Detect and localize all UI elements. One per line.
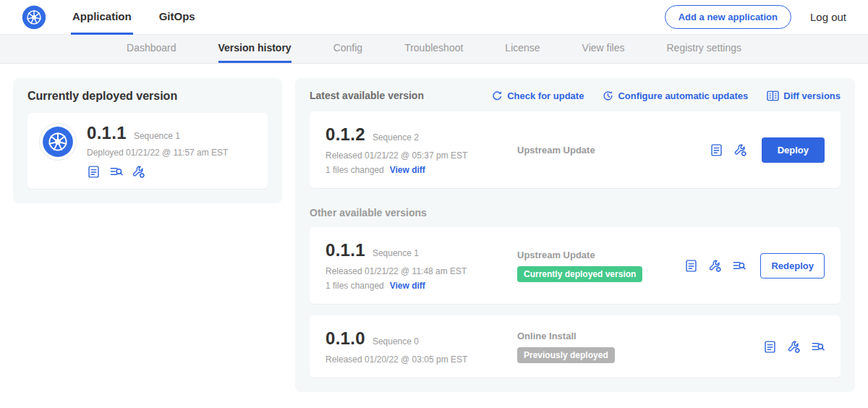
configure-automatic-updates-link[interactable]: Configure automatic updates [603, 90, 748, 101]
add-application-button[interactable]: Add a new application [665, 5, 791, 29]
redeploy-button[interactable]: Redeploy [760, 253, 825, 279]
top-bar: Application GitOps Add a new application… [0, 0, 868, 35]
subnav-view-files[interactable]: View files [582, 35, 625, 63]
top-right-actions: Add a new application Log out [665, 5, 846, 29]
tab-application[interactable]: Application [71, 0, 133, 35]
deploy-button[interactable]: Deploy [762, 137, 825, 163]
sequence-label: Sequence 2 [373, 132, 419, 143]
config-wrench-icon[interactable] [733, 143, 747, 157]
files-changed-label: 1 files changed [326, 165, 384, 175]
preflight-logs-icon[interactable] [109, 165, 123, 179]
check-for-update-link[interactable]: Check for update [492, 90, 584, 101]
tab-gitops[interactable]: GitOps [158, 0, 197, 35]
deployed-panel-title: Currently deployed version [27, 90, 268, 103]
release-notes-icon[interactable] [763, 340, 777, 354]
diff-versions-link[interactable]: Diff versions [767, 90, 841, 101]
view-diff-link[interactable]: View diff [390, 281, 425, 291]
preflight-logs-icon[interactable] [732, 259, 746, 273]
clock-update-icon [603, 90, 613, 101]
deployed-card-actions [87, 165, 228, 179]
preflight-logs-icon[interactable] [811, 340, 825, 354]
version-number: 0.1.0 [326, 328, 365, 349]
view-diff-link[interactable]: View diff [390, 165, 425, 175]
version-actions: Check for update Configure automatic upd… [492, 90, 841, 101]
version-source: Online Install [517, 331, 763, 341]
sequence-label: Sequence 0 [373, 336, 419, 347]
latest-available-title: Latest available version [310, 90, 424, 101]
kubernetes-logo-icon [22, 5, 46, 30]
available-versions-panel: Latest available version Check for updat… [295, 78, 855, 392]
kubernetes-app-icon [42, 126, 74, 158]
version-source: Upstream Update [517, 145, 595, 156]
release-notes-icon[interactable] [684, 259, 698, 273]
version-source: Upstream Update [517, 250, 684, 260]
currently-deployed-panel: Currently deployed version 0.1.1 Sequenc… [13, 78, 282, 203]
released-timestamp: Released 01/21/22 @ 05:37 pm EST [326, 150, 517, 161]
release-notes-icon[interactable] [87, 165, 101, 179]
config-wrench-icon[interactable] [132, 165, 145, 179]
configure-automatic-updates-label: Configure automatic updates [618, 90, 748, 101]
other-versions-title: Other available versions [310, 207, 841, 218]
version-number: 0.1.1 [326, 240, 365, 260]
deployed-version-number: 0.1.1 [87, 123, 127, 143]
version-card-0-1-1: 0.1.1 Sequence 1 Released 01/21/22 @ 11:… [310, 227, 841, 304]
subnav-license[interactable]: License [505, 35, 540, 63]
subnav-troubleshoot[interactable]: Troubleshoot [404, 35, 463, 63]
currently-deployed-badge: Currently deployed version [517, 266, 642, 282]
deployed-timestamp: Deployed 01/21/22 @ 11:57 am EST [87, 148, 228, 158]
subnav-config[interactable]: Config [333, 35, 362, 63]
subnav-dashboard[interactable]: Dashboard [127, 35, 176, 63]
logout-link[interactable]: Log out [810, 11, 846, 23]
subnav-registry-settings[interactable]: Registry settings [667, 35, 741, 63]
deployed-version-card: 0.1.1 Sequence 1 Deployed 01/21/22 @ 11:… [27, 113, 268, 189]
config-wrench-icon[interactable] [708, 259, 722, 273]
released-timestamp: Released 01/21/22 @ 11:48 am EST [326, 266, 517, 276]
refresh-icon [492, 90, 503, 101]
config-wrench-icon[interactable] [787, 340, 801, 354]
subnav-version-history[interactable]: Version history [218, 35, 292, 63]
check-for-update-label: Check for update [507, 90, 584, 101]
files-changed-label: 1 files changed [326, 281, 384, 291]
deployed-sequence: Sequence 1 [134, 131, 180, 141]
release-notes-icon[interactable] [710, 143, 723, 157]
released-timestamp: Released 01/20/22 @ 03:05 pm EST [326, 354, 517, 365]
version-number: 0.1.2 [326, 124, 365, 145]
previously-deployed-badge: Previously deployed [517, 347, 615, 363]
version-card-0-1-2: 0.1.2 Sequence 2 Released 01/21/22 @ 05:… [310, 111, 841, 188]
app-icon-ring [39, 123, 77, 161]
diff-icon [767, 90, 779, 101]
app-subnav: Dashboard Version history Config Trouble… [0, 35, 868, 64]
sequence-label: Sequence 1 [373, 248, 419, 258]
top-tabs: Application GitOps [71, 0, 197, 35]
version-card-0-1-0: 0.1.0 Sequence 0 Released 01/20/22 @ 03:… [310, 315, 841, 378]
main-content: Currently deployed version 0.1.1 Sequenc… [0, 64, 868, 407]
diff-versions-label: Diff versions [783, 90, 841, 101]
